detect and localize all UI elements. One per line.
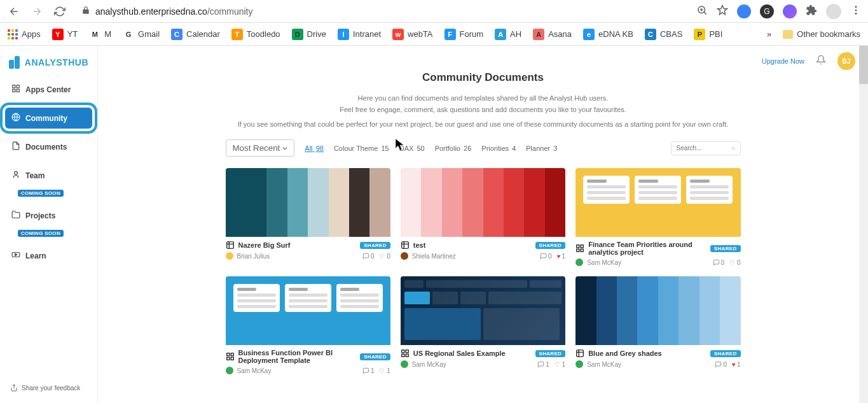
comments-count[interactable]: 1 [537,361,549,368]
bookmark-label: Toodledo [247,29,280,39]
bookmark-item[interactable]: DDrive [292,29,326,40]
lock-icon [81,6,90,17]
bookmark-icon: w [392,29,404,40]
card-type-icon [575,244,584,253]
bookmark-item[interactable]: wwebTA [392,29,433,40]
zoom-icon[interactable] [696,4,708,18]
bookmark-item[interactable]: PPBI [694,29,722,40]
other-bookmarks[interactable]: Other bookmarks [783,29,860,39]
coming-soon-badge: COMING SOON [18,190,64,197]
document-card[interactable]: Finance Team Priorities around analytics… [575,168,740,266]
bookmark-item[interactable]: TToodledo [231,29,280,40]
bookmark-item[interactable]: eeDNA KB [583,29,633,40]
shared-badge: SHARED [360,353,390,360]
extension-icon[interactable] [783,4,797,18]
sort-button[interactable]: Most Recent [226,139,295,157]
menu-icon[interactable] [850,4,862,18]
filter-tab-priorities[interactable]: Priorities 4 [481,145,516,152]
comments-count[interactable]: 0 [713,259,725,266]
comments-count[interactable]: 0 [540,253,552,260]
svg-rect-22 [402,350,404,353]
sidebar-item-apps-center[interactable]: Apps Center [5,79,92,100]
likes-count[interactable]: ♥ 1 [557,253,566,260]
card-type-icon [226,241,235,250]
globe-icon [11,113,20,124]
svg-rect-16 [581,249,583,251]
card-author: Sam McKay [587,259,621,266]
filter-tab-planner[interactable]: Planner 3 [526,145,557,152]
sidebar-item-learn[interactable]: Learn [5,245,92,266]
svg-point-3 [855,12,857,14]
bookmarks-more[interactable]: » [767,29,771,39]
bookmark-icon: e [583,29,595,40]
bookmark-item[interactable]: MM [89,29,111,40]
comments-count[interactable]: 0 [715,361,727,368]
profile-avatar[interactable] [826,4,841,19]
sidebar-item-label: Projects [25,211,55,220]
likes-count[interactable]: ♡ 1 [379,367,390,374]
bookmark-item[interactable]: FForum [444,29,484,40]
back-button[interactable] [6,4,22,19]
filter-tab-colour-theme[interactable]: Colour Theme 15 [334,145,389,152]
bookmark-item[interactable]: YYT [52,29,78,40]
bookmark-label: AH [510,29,521,39]
reload-button[interactable] [52,4,67,19]
comments-count[interactable]: 1 [362,367,375,374]
sidebar: ANALYSTHUB Apps CenterCommunityDocuments… [0,46,98,403]
search-input[interactable] [677,145,727,152]
feedback-label: Share your feedback [22,385,80,392]
card-author: Sam McKay [237,367,272,374]
bookmark-icon: M [89,29,100,40]
extension-icon[interactable]: G [760,4,774,18]
likes-count[interactable]: ♥ 1 [732,361,741,368]
bookmark-item[interactable]: Apps [8,29,41,39]
scrollbar[interactable] [859,46,868,403]
document-card[interactable]: Business Function Power BI Deployment Te… [226,276,390,374]
card-title: Blue and Grey shades [588,350,706,357]
document-card[interactable]: Nazere Big Surf SHARED Brian Julius 0 ♡ … [226,168,390,266]
sidebar-item-documents[interactable]: Documents [5,136,92,157]
shared-badge: SHARED [535,242,566,249]
star-icon[interactable] [717,4,728,18]
extensions-icon[interactable] [806,4,817,18]
user-avatar[interactable]: BJ [837,52,855,70]
svg-rect-25 [402,354,404,357]
extension-icon[interactable] [737,4,751,18]
comments-count[interactable]: 0 [362,253,375,260]
document-card[interactable]: Blue and Grey shades SHARED Sam McKay 0 … [575,276,740,374]
filter-tab-dax[interactable]: DAX 50 [399,145,425,152]
folder-icon [783,30,793,39]
document-card[interactable]: US Regional Sales Example SHARED Sam McK… [401,276,565,374]
bookmark-item[interactable]: AAH [495,29,521,40]
bookmark-item[interactable]: AAsana [533,29,572,40]
author-avatar [401,360,408,368]
likes-count[interactable]: ♡ 0 [379,253,390,260]
url-bar[interactable]: analysthub.enterprisedna.co/community [75,6,689,17]
bookmark-item[interactable]: CCalendar [171,29,220,40]
sidebar-item-community[interactable]: Community [5,108,92,129]
filter-tab-all[interactable]: All 98 [305,145,324,152]
filters-row: Most Recent All 98Colour Theme 15DAX 50P… [226,139,741,157]
sidebar-item-projects[interactable]: Projects [5,205,92,226]
bell-icon[interactable] [816,55,826,67]
bookmark-item[interactable]: CCBAS [645,29,682,40]
document-card[interactable]: test SHARED Shiela Martinez 0 ♥ 1 [401,168,565,266]
logo[interactable]: ANALYSTHUB [5,53,92,79]
search-box[interactable] [671,141,741,155]
bookmark-item[interactable]: IIntranet [338,29,381,40]
svg-point-11 [732,147,734,150]
shared-badge: SHARED [710,350,741,357]
grid-icon [11,84,20,95]
card-author: Shiela Martinez [412,253,456,260]
bookmark-item[interactable]: GGmail [123,29,160,40]
forward-button[interactable] [29,4,45,19]
filter-tab-portfolio[interactable]: Portfolio 26 [435,145,472,152]
sidebar-item-team[interactable]: Team [5,165,92,186]
feedback-link[interactable]: Share your feedback [5,380,92,395]
upgrade-link[interactable]: Upgrade Now [762,57,804,65]
likes-count[interactable]: ♡ 1 [555,361,565,368]
play-icon [11,250,20,261]
url-path: /community [207,6,253,17]
likes-count[interactable]: ♡ 0 [729,259,740,266]
card-type-icon [401,349,410,358]
